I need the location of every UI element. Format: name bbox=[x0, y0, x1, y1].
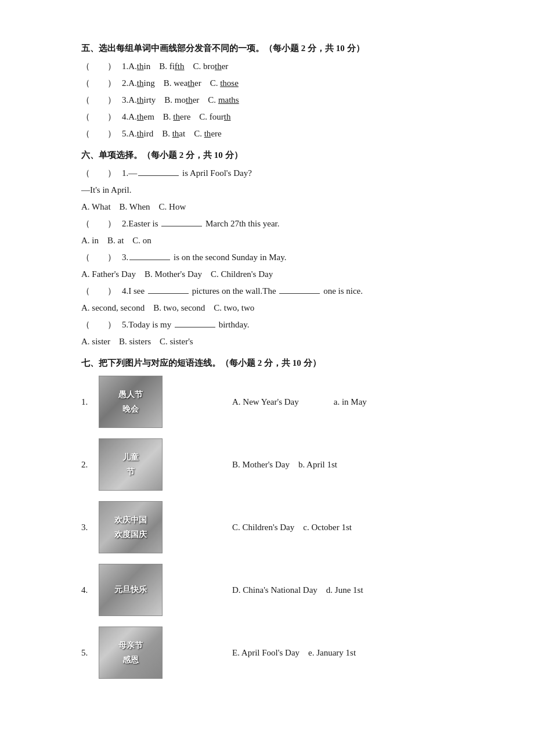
img-overlay-3: 欢庆中国欢度国庆 bbox=[114, 513, 147, 542]
paren-5-3: （ ） bbox=[81, 92, 122, 108]
q5-1: （ ） 1.A.thin B. fifth C. brother bbox=[81, 59, 488, 74]
paren-6-3: （ ） bbox=[81, 250, 122, 265]
paren-6-1: （ ） bbox=[81, 165, 122, 181]
img-label-2: B. Mother's Day b. April 1st bbox=[232, 457, 337, 473]
image-row-5: 5. 母亲节感恩 E. April Fool's Day e. January … bbox=[81, 627, 488, 679]
q5-5-text: 5.A.third B. that C. there bbox=[122, 126, 222, 142]
q6-5-text: 5.Today is my birthday. bbox=[122, 317, 249, 333]
img-num-1: 1. bbox=[81, 394, 99, 410]
img-placeholder-5: 母亲节感恩 bbox=[99, 627, 163, 679]
img-placeholder-4: 元旦快乐 bbox=[99, 564, 163, 616]
img-placeholder-2: 儿童节 bbox=[99, 438, 163, 491]
q5-4-text: 4.A.them B. there C. fourth bbox=[122, 109, 231, 125]
img-placeholder-1: 愚人节晚会 bbox=[99, 376, 163, 428]
image-row-1: 1. 愚人节晚会 A. New Year's Day a. in May bbox=[81, 376, 488, 428]
img-overlay-1: 愚人节晚会 bbox=[118, 387, 143, 416]
section-five-title: 五、选出每组单词中画线部分发音不同的一项。（每小题 2 分，共 10 分） bbox=[81, 41, 488, 56]
img-num-5: 5. bbox=[81, 645, 99, 661]
q5-4: （ ） 4.A.them B. there C. fourth bbox=[81, 109, 488, 125]
q6-4-opts: A. second, second B. two, second C. two,… bbox=[81, 300, 488, 316]
paren-6-2: （ ） bbox=[81, 216, 122, 232]
q5-3: （ ） 3.A.thirty B. mother C. maths bbox=[81, 92, 488, 108]
section-five: 五、选出每组单词中画线部分发音不同的一项。（每小题 2 分，共 10 分） （ … bbox=[81, 41, 488, 142]
section-six: 六、单项选择。（每小题 2 分，共 10 分） （ ） 1.— is April… bbox=[81, 147, 488, 350]
image-row-2: 2. 儿童节 B. Mother's Day b. April 1st bbox=[81, 438, 488, 491]
img-num-3: 3. bbox=[81, 520, 99, 535]
q6-5-opts: A. sister B. sisters C. sister's bbox=[81, 334, 488, 350]
q6-3-text: 3. is on the second Sunday in May. bbox=[122, 250, 286, 265]
q5-2-text: 2.A.thing B. weather C. those bbox=[122, 75, 239, 91]
section-seven: 七、把下列图片与对应的短语连线。（每小题 2 分，共 10 分） 1. 愚人节晚… bbox=[81, 355, 488, 679]
img-label-3: C. Children's Day c. October 1st bbox=[232, 520, 352, 535]
image-row-4: 4. 元旦快乐 D. China's National Day d. June … bbox=[81, 564, 488, 616]
q6-4: （ ） 4.I see pictures on the wall.The one… bbox=[81, 283, 488, 299]
q6-1-opts: A. What B. When C. How bbox=[81, 199, 488, 215]
q6-1-sub: —It's in April. bbox=[81, 182, 488, 198]
q5-2: （ ） 2.A.thing B. weather C. those bbox=[81, 75, 488, 91]
q6-1: （ ） 1.— is April Fool's Day? bbox=[81, 165, 488, 181]
q6-2-opts: A. in B. at C. on bbox=[81, 233, 488, 249]
paren-5-4: （ ） bbox=[81, 109, 122, 125]
paren-5-1: （ ） bbox=[81, 59, 122, 74]
img-label-1: A. New Year's Day a. in May bbox=[232, 394, 367, 410]
img-placeholder-3: 欢庆中国欢度国庆 bbox=[99, 501, 163, 553]
q6-2-text: 2.Easter is March 27th this year. bbox=[122, 216, 279, 232]
q6-3: （ ） 3. is on the second Sunday in May. bbox=[81, 250, 488, 265]
img-label-4: D. China's National Day d. June 1st bbox=[232, 582, 363, 598]
q6-2: （ ） 2.Easter is March 27th this year. bbox=[81, 216, 488, 232]
section-seven-title: 七、把下列图片与对应的短语连线。（每小题 2 分，共 10 分） bbox=[81, 355, 488, 371]
paren-5-2: （ ） bbox=[81, 75, 122, 91]
img-overlay-2: 儿童节 bbox=[122, 450, 139, 479]
img-num-2: 2. bbox=[81, 457, 99, 473]
q5-3-text: 3.A.thirty B. mother C. maths bbox=[122, 92, 239, 108]
img-overlay-4: 元旦快乐 bbox=[114, 582, 147, 597]
paren-6-5: （ ） bbox=[81, 317, 122, 333]
image-section: 1. 愚人节晚会 A. New Year's Day a. in May 2. … bbox=[81, 376, 488, 679]
q5-1-text: 1.A.thin B. fifth C. brother bbox=[122, 59, 228, 74]
img-overlay-5: 母亲节感恩 bbox=[118, 638, 143, 667]
q6-4-text: 4.I see pictures on the wall.The one is … bbox=[122, 283, 363, 299]
paren-5-5: （ ） bbox=[81, 126, 122, 142]
img-label-5: E. April Fool's Day e. January 1st bbox=[232, 645, 356, 661]
q6-1-text: 1.— is April Fool's Day? bbox=[122, 165, 252, 181]
img-num-4: 4. bbox=[81, 582, 99, 598]
q6-5: （ ） 5.Today is my birthday. bbox=[81, 317, 488, 333]
paren-6-4: （ ） bbox=[81, 283, 122, 299]
q5-5: （ ） 5.A.third B. that C. there bbox=[81, 126, 488, 142]
q6-3-opts: A. Father's Day B. Mother's Day C. Child… bbox=[81, 267, 488, 282]
section-six-title: 六、单项选择。（每小题 2 分，共 10 分） bbox=[81, 147, 488, 163]
image-row-3: 3. 欢庆中国欢度国庆 C. Children's Day c. October… bbox=[81, 501, 488, 553]
